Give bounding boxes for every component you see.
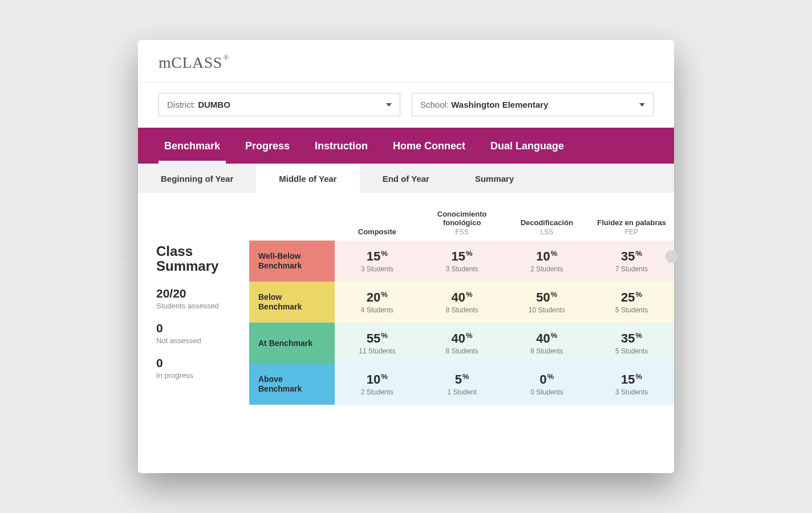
percent-value: 40% [452,290,473,305]
percent-value: 5% [455,372,469,387]
benchmark-label-spacer [249,193,335,241]
column-header: Conocimiento fonológicoFSS [420,193,505,241]
percent-value: 55% [367,331,388,346]
percent-value: 10% [536,249,557,264]
benchmark-label: Below Benchmark [249,282,335,323]
period-tabs: Beginning of YearMiddle of YearEnd of Ye… [138,164,674,193]
column-header: Fluidez en palabrasFEP [589,193,674,241]
student-count: 10 Students [529,306,565,314]
benchmark-row-wb: Well-Below Benchmark15%3 Students15%3 St… [249,241,674,282]
student-count: 4 Students [361,306,393,314]
student-count: 2 Students [361,388,393,396]
data-cell: 20%4 Students [335,282,420,323]
data-cell: 25%5 Students [589,282,674,323]
percent-value: 0% [539,372,554,387]
report-content: Class Summary 20/20 Students assessed 0 … [138,193,674,473]
column-header: DecodificaciónLSS [505,193,590,241]
district-value: DUMBO [198,100,230,109]
nav-tab-benchmark[interactable]: Benchmark [152,128,233,164]
percent-value: 35% [621,331,642,346]
data-cell: 35%5 Students [589,323,674,364]
stat-assessed-value: 20/20 [156,287,249,300]
student-count: 1 Student [447,388,476,396]
brand-mark: ® [224,54,229,62]
column-subtitle: FEP [592,228,671,236]
student-count: 5 Students [615,347,648,355]
student-count: 8 Students [530,347,563,355]
percent-value: 35% [621,249,642,264]
stat-in-progress-value: 0 [156,356,249,370]
student-count: 5 Students [615,306,648,314]
percent-value: 50% [536,290,557,305]
summary-sidebar: Class Summary 20/20 Students assessed 0 … [138,193,249,473]
school-label: School: [420,100,451,109]
data-cell: 40%8 Students [420,282,505,323]
data-cell: 10%2 Students [505,241,590,282]
summary-title: Class Summary [156,244,249,274]
data-cell: 50%10 Students [505,282,590,323]
filter-bar: District: DUMBO School: Washington Eleme… [138,83,674,128]
data-cell: 35%7 Students [589,241,674,282]
percent-value: 25% [621,290,642,305]
data-cell: 40%8 Students [505,323,590,364]
column-title: Composite [338,227,416,236]
benchmark-row-av: Above Benchmark10%2 Students5%1 Student0… [249,364,674,405]
student-count: 3 Students [615,388,648,396]
student-count: 8 Students [445,306,478,314]
data-cell: 0%0 Students [505,364,590,405]
percent-value: 40% [536,331,557,346]
percent-value: 40% [452,331,473,346]
percent-value: 15% [452,249,473,264]
data-cell: 15%3 Students [335,241,420,282]
benchmark-row-bb: Below Benchmark20%4 Students40%8 Student… [249,282,674,323]
school-dropdown[interactable]: School: Washington Elementary [412,93,653,116]
stat-in-progress-label: In progress [156,371,249,380]
percent-value: 15% [367,249,388,264]
district-label: District: [167,100,198,109]
column-title: Fluidez en palabras [592,218,671,227]
student-count: 8 Students [445,347,478,355]
data-cell: 15%3 Students [420,241,505,282]
stat-assessed-label: Students assessed [156,302,249,310]
period-tab-beginning-of-year[interactable]: Beginning of Year [138,164,256,193]
nav-tab-home-connect[interactable]: Home Connect [380,128,478,164]
stat-not-assessed-value: 0 [156,321,249,335]
school-value: Washington Elementary [451,100,548,109]
data-cell: 55%11 Students [335,323,420,364]
data-cell: 40%8 Students [420,323,505,364]
stat-in-progress: 0 In progress [156,356,249,380]
chevron-down-icon [639,103,645,107]
period-tab-end-of-year[interactable]: End of Year [360,164,452,193]
student-count: 11 Students [359,347,395,355]
device-home-dot-left [121,254,125,259]
device-home-dot-right [665,250,678,263]
period-tab-summary[interactable]: Summary [452,164,537,193]
percent-value: 20% [367,290,388,305]
stat-not-assessed-label: Not assessed [156,336,249,345]
primary-nav: BenchmarkProgressInstructionHome Connect… [138,128,674,164]
student-count: 3 Students [361,265,393,273]
student-count: 7 Students [615,265,648,273]
nav-tab-progress[interactable]: Progress [233,128,302,164]
chevron-down-icon [386,103,392,107]
nav-tab-dual-language[interactable]: Dual Language [478,128,576,164]
benchmark-label: Well-Below Benchmark [249,241,335,282]
student-count: 2 Students [530,265,563,273]
student-count: 0 Students [530,388,563,396]
app-frame: mCLASS® District: DUMBO School: Washingt… [138,40,674,473]
benchmark-row-ab: At Benchmark55%11 Students40%8 Students4… [249,323,674,364]
data-cell: 15%3 Students [589,364,674,405]
column-header: Composite [335,193,420,241]
stat-assessed: 20/20 Students assessed [156,287,249,310]
percent-value: 10% [367,372,388,387]
stat-not-assessed: 0 Not assessed [156,321,249,345]
app-header: mCLASS® [138,40,674,83]
nav-tab-instruction[interactable]: Instruction [302,128,380,164]
district-dropdown[interactable]: District: DUMBO [159,93,400,116]
period-tab-middle-of-year[interactable]: Middle of Year [256,164,359,193]
student-count: 3 Students [445,265,478,273]
column-title: Decodificación [508,218,586,227]
brand-logo: mCLASS® [159,54,653,72]
data-cell: 5%1 Student [420,364,505,405]
benchmark-grid: CompositeConocimiento fonológicoFSSDecod… [249,193,674,473]
